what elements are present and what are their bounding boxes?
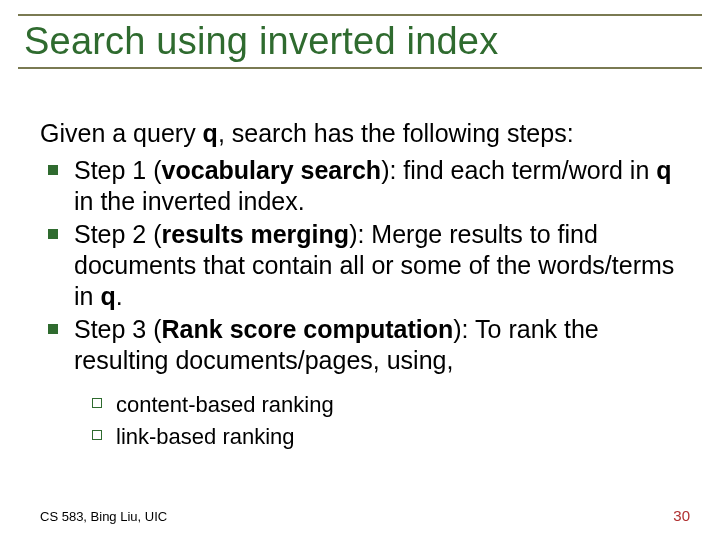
bullet-list: Step 1 (vocabulary search): find each te… — [40, 155, 686, 376]
lead-paragraph: Given a query q, search has the followin… — [40, 118, 686, 149]
title-rule-bottom — [18, 67, 702, 69]
list-item: Step 1 (vocabulary search): find each te… — [40, 155, 686, 217]
slide-title: Search using inverted index — [24, 20, 702, 63]
list-item: link-based ranking — [86, 422, 686, 452]
footer-left: CS 583, Bing Liu, UIC — [40, 509, 167, 524]
title-block: Search using inverted index — [18, 14, 702, 69]
slide-body: Given a query q, search has the followin… — [40, 118, 686, 454]
list-item: Step 3 (Rank score computation): To rank… — [40, 314, 686, 376]
list-item: content-based ranking — [86, 390, 686, 420]
slide-number: 30 — [673, 507, 690, 524]
slide: Search using inverted index Given a quer… — [0, 0, 720, 540]
title-rule-top — [18, 14, 702, 16]
list-item: Step 2 (results merging): Merge results … — [40, 219, 686, 312]
sub-bullet-list: content-based ranking link-based ranking — [40, 390, 686, 451]
